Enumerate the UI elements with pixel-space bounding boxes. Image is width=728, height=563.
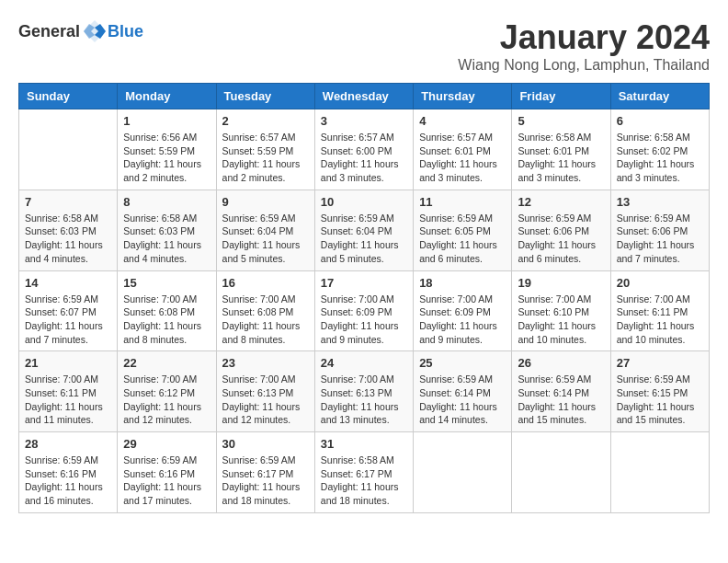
calendar-week-5: 28Sunrise: 6:59 AMSunset: 6:16 PMDayligh… bbox=[19, 432, 710, 513]
calendar-cell: 27Sunrise: 6:59 AMSunset: 6:15 PMDayligh… bbox=[610, 351, 709, 432]
calendar-cell: 23Sunrise: 7:00 AMSunset: 6:13 PMDayligh… bbox=[216, 351, 314, 432]
title-area: January 2024 Wiang Nong Long, Lamphun, T… bbox=[458, 18, 710, 74]
day-number: 4 bbox=[419, 114, 506, 128]
day-number: 30 bbox=[222, 437, 309, 451]
calendar-cell: 10Sunrise: 6:59 AMSunset: 6:04 PMDayligh… bbox=[314, 190, 413, 270]
calendar-cell: 8Sunrise: 6:58 AMSunset: 6:03 PMDaylight… bbox=[118, 190, 216, 270]
day-number: 14 bbox=[25, 276, 111, 290]
calendar-cell: 14Sunrise: 6:59 AMSunset: 6:07 PMDayligh… bbox=[19, 270, 118, 351]
day-number: 28 bbox=[25, 437, 111, 451]
day-info: Sunrise: 6:57 AMSunset: 5:59 PMDaylight:… bbox=[222, 131, 309, 185]
day-info: Sunrise: 6:59 AMSunset: 6:06 PMDaylight:… bbox=[518, 212, 604, 266]
col-header-sunday: Sunday bbox=[19, 84, 118, 109]
logo-icon bbox=[82, 18, 108, 44]
day-number: 3 bbox=[321, 114, 407, 128]
day-number: 1 bbox=[123, 114, 210, 128]
calendar-cell: 30Sunrise: 6:59 AMSunset: 6:17 PMDayligh… bbox=[216, 432, 314, 513]
day-info: Sunrise: 6:58 AMSunset: 6:02 PMDaylight:… bbox=[617, 131, 703, 185]
calendar-cell: 28Sunrise: 6:59 AMSunset: 6:16 PMDayligh… bbox=[19, 432, 118, 513]
day-number: 17 bbox=[321, 276, 407, 290]
day-info: Sunrise: 7:00 AMSunset: 6:10 PMDaylight:… bbox=[518, 293, 604, 347]
day-number: 27 bbox=[617, 356, 703, 370]
day-number: 22 bbox=[123, 356, 210, 370]
day-info: Sunrise: 6:58 AMSunset: 6:03 PMDaylight:… bbox=[25, 212, 111, 266]
day-info: Sunrise: 6:59 AMSunset: 6:14 PMDaylight:… bbox=[518, 373, 604, 427]
day-info: Sunrise: 7:00 AMSunset: 6:11 PMDaylight:… bbox=[25, 373, 111, 427]
day-info: Sunrise: 6:58 AMSunset: 6:01 PMDaylight:… bbox=[518, 131, 604, 185]
logo-blue-text: Blue bbox=[108, 22, 143, 41]
day-number: 31 bbox=[321, 437, 407, 451]
day-number: 24 bbox=[321, 356, 407, 370]
calendar-cell: 17Sunrise: 7:00 AMSunset: 6:09 PMDayligh… bbox=[314, 270, 413, 351]
day-number: 9 bbox=[222, 195, 309, 209]
day-number: 11 bbox=[419, 195, 506, 209]
calendar-cell: 21Sunrise: 7:00 AMSunset: 6:11 PMDayligh… bbox=[19, 351, 118, 432]
day-info: Sunrise: 6:59 AMSunset: 6:15 PMDaylight:… bbox=[617, 373, 703, 427]
calendar-week-4: 21Sunrise: 7:00 AMSunset: 6:11 PMDayligh… bbox=[19, 351, 710, 432]
day-number: 21 bbox=[25, 356, 111, 370]
calendar-cell: 18Sunrise: 7:00 AMSunset: 6:09 PMDayligh… bbox=[414, 270, 512, 351]
day-number: 20 bbox=[617, 276, 703, 290]
calendar-cell: 2Sunrise: 6:57 AMSunset: 5:59 PMDaylight… bbox=[216, 109, 314, 190]
day-number: 19 bbox=[518, 276, 604, 290]
calendar-cell: 19Sunrise: 7:00 AMSunset: 6:10 PMDayligh… bbox=[512, 270, 610, 351]
calendar-cell: 6Sunrise: 6:58 AMSunset: 6:02 PMDaylight… bbox=[610, 109, 709, 190]
day-number: 8 bbox=[123, 195, 210, 209]
calendar-cell: 9Sunrise: 6:59 AMSunset: 6:04 PMDaylight… bbox=[216, 190, 314, 270]
page-header: General Blue January 2024 Wiang Nong Lon… bbox=[18, 18, 710, 74]
day-number: 7 bbox=[25, 195, 111, 209]
calendar-cell bbox=[19, 109, 118, 190]
calendar-cell: 12Sunrise: 6:59 AMSunset: 6:06 PMDayligh… bbox=[512, 190, 610, 270]
day-info: Sunrise: 6:59 AMSunset: 6:06 PMDaylight:… bbox=[617, 212, 703, 266]
calendar-cell: 11Sunrise: 6:59 AMSunset: 6:05 PMDayligh… bbox=[414, 190, 512, 270]
day-info: Sunrise: 7:00 AMSunset: 6:11 PMDaylight:… bbox=[617, 293, 703, 347]
day-info: Sunrise: 7:00 AMSunset: 6:08 PMDaylight:… bbox=[123, 293, 210, 347]
calendar-cell: 7Sunrise: 6:58 AMSunset: 6:03 PMDaylight… bbox=[19, 190, 118, 270]
day-number: 26 bbox=[518, 356, 604, 370]
day-number: 6 bbox=[617, 114, 703, 128]
day-number: 2 bbox=[222, 114, 309, 128]
calendar-header-row: SundayMondayTuesdayWednesdayThursdayFrid… bbox=[19, 84, 710, 109]
day-info: Sunrise: 6:59 AMSunset: 6:14 PMDaylight:… bbox=[419, 373, 506, 427]
calendar-cell: 16Sunrise: 7:00 AMSunset: 6:08 PMDayligh… bbox=[216, 270, 314, 351]
calendar-week-1: 1Sunrise: 6:56 AMSunset: 5:59 PMDaylight… bbox=[19, 109, 710, 190]
calendar-cell: 25Sunrise: 6:59 AMSunset: 6:14 PMDayligh… bbox=[414, 351, 512, 432]
day-info: Sunrise: 6:59 AMSunset: 6:17 PMDaylight:… bbox=[222, 454, 309, 508]
location: Wiang Nong Long, Lamphun, Thailand bbox=[458, 57, 710, 74]
day-number: 23 bbox=[222, 356, 309, 370]
calendar-cell: 15Sunrise: 7:00 AMSunset: 6:08 PMDayligh… bbox=[118, 270, 216, 351]
calendar-table: SundayMondayTuesdayWednesdayThursdayFrid… bbox=[18, 83, 710, 513]
col-header-wednesday: Wednesday bbox=[314, 84, 413, 109]
day-info: Sunrise: 7:00 AMSunset: 6:13 PMDaylight:… bbox=[321, 373, 407, 427]
day-info: Sunrise: 6:59 AMSunset: 6:04 PMDaylight:… bbox=[222, 212, 309, 266]
calendar-cell bbox=[512, 432, 610, 513]
day-info: Sunrise: 7:00 AMSunset: 6:08 PMDaylight:… bbox=[222, 293, 309, 347]
day-number: 5 bbox=[518, 114, 604, 128]
day-info: Sunrise: 6:57 AMSunset: 6:01 PMDaylight:… bbox=[419, 131, 506, 185]
day-info: Sunrise: 6:59 AMSunset: 6:16 PMDaylight:… bbox=[25, 454, 111, 508]
calendar-cell: 31Sunrise: 6:58 AMSunset: 6:17 PMDayligh… bbox=[314, 432, 413, 513]
calendar-cell: 1Sunrise: 6:56 AMSunset: 5:59 PMDaylight… bbox=[118, 109, 216, 190]
day-info: Sunrise: 7:00 AMSunset: 6:12 PMDaylight:… bbox=[123, 373, 210, 427]
month-title: January 2024 bbox=[458, 18, 710, 57]
calendar-cell: 24Sunrise: 7:00 AMSunset: 6:13 PMDayligh… bbox=[314, 351, 413, 432]
col-header-saturday: Saturday bbox=[610, 84, 709, 109]
calendar-cell: 26Sunrise: 6:59 AMSunset: 6:14 PMDayligh… bbox=[512, 351, 610, 432]
col-header-tuesday: Tuesday bbox=[216, 84, 314, 109]
day-info: Sunrise: 6:58 AMSunset: 6:17 PMDaylight:… bbox=[321, 454, 407, 508]
calendar-cell: 20Sunrise: 7:00 AMSunset: 6:11 PMDayligh… bbox=[610, 270, 709, 351]
calendar-cell: 5Sunrise: 6:58 AMSunset: 6:01 PMDaylight… bbox=[512, 109, 610, 190]
day-info: Sunrise: 7:00 AMSunset: 6:13 PMDaylight:… bbox=[222, 373, 309, 427]
calendar-week-2: 7Sunrise: 6:58 AMSunset: 6:03 PMDaylight… bbox=[19, 190, 710, 270]
day-info: Sunrise: 6:59 AMSunset: 6:05 PMDaylight:… bbox=[419, 212, 506, 266]
calendar-cell: 13Sunrise: 6:59 AMSunset: 6:06 PMDayligh… bbox=[610, 190, 709, 270]
day-info: Sunrise: 6:56 AMSunset: 5:59 PMDaylight:… bbox=[123, 131, 210, 185]
day-number: 15 bbox=[123, 276, 210, 290]
day-info: Sunrise: 7:00 AMSunset: 6:09 PMDaylight:… bbox=[419, 293, 506, 347]
logo: General Blue bbox=[18, 18, 143, 44]
day-number: 10 bbox=[321, 195, 407, 209]
day-info: Sunrise: 6:57 AMSunset: 6:00 PMDaylight:… bbox=[321, 131, 407, 185]
day-info: Sunrise: 6:59 AMSunset: 6:04 PMDaylight:… bbox=[321, 212, 407, 266]
calendar-cell bbox=[414, 432, 512, 513]
calendar-cell bbox=[610, 432, 709, 513]
